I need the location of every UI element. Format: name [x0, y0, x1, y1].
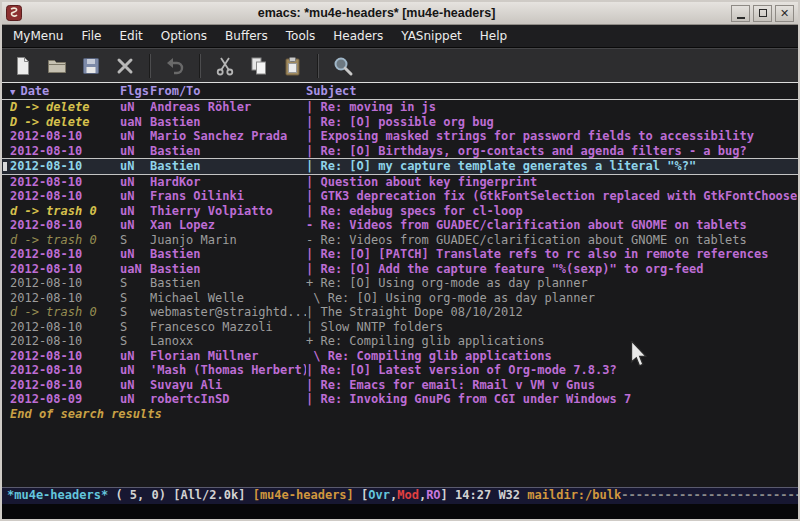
message-from: Michael Welle [150, 291, 306, 306]
message-date-mark: D -> delete [10, 115, 120, 130]
message-row[interactable]: 2012-08-10uNMario Sanchez Prada| Exposin… [2, 129, 798, 144]
message-from: Mario Sanchez Prada [150, 129, 306, 144]
message-row[interactable]: 2012-08-10uN'Mash (Thomas Herbert)| Re: … [2, 363, 798, 378]
cut-icon[interactable] [210, 51, 240, 81]
message-row[interactable]: 2012-08-10uNSuvayu Ali| Re: Emacs for em… [2, 378, 798, 393]
title-bar[interactable]: emacs: *mu4e-headers* [mu4e-headers] ✕ [2, 2, 798, 25]
menu-item-headers[interactable]: Headers [324, 26, 392, 46]
emacs-window: emacs: *mu4e-headers* [mu4e-headers] ✕ M… [0, 0, 800, 521]
column-header-date: Date [20, 84, 49, 98]
message-date-mark: 2012-08-10 [10, 189, 120, 204]
message-flags: uN [120, 204, 150, 219]
message-row[interactable]: 2012-08-10uNBastien| Re: [O] Birthdays, … [2, 144, 798, 159]
message-flags: uN [120, 392, 150, 407]
message-from: robertcInSD [150, 392, 306, 407]
message-row[interactable]: 2012-08-10uNFlorian Müllner \ Re: Compil… [2, 349, 798, 364]
message-flags: uN [120, 129, 150, 144]
message-flags: S [120, 291, 150, 306]
message-row[interactable]: d -> trash 0Swebmaster@straightd...| The… [2, 305, 798, 320]
window-title: emacs: *mu4e-headers* [mu4e-headers] [26, 6, 727, 20]
message-row[interactable]: 2012-08-10uaNBastien| Re: [O] Add the ca… [2, 262, 798, 277]
menu-item-options[interactable]: Options [152, 26, 216, 46]
message-from: Xan Lopez [150, 218, 306, 233]
message-row[interactable]: d -> trash 0SJuanjo Marin- Re: Videos fr… [2, 233, 798, 248]
column-header-subject: Subject [306, 83, 798, 99]
message-from: Bastien [150, 115, 306, 130]
close-icon: ✕ [780, 8, 789, 19]
menu-item-tools[interactable]: Tools [277, 26, 325, 46]
message-from: Suvayu Ali [150, 378, 306, 393]
message-date-mark: 2012-08-10 [10, 218, 120, 233]
message-row[interactable]: 2012-08-10SMichael Welle \ Re: [O] Using… [2, 291, 798, 306]
message-row[interactable]: 2012-08-10uNXan Lopez- Re: Videos from G… [2, 218, 798, 233]
message-date-mark: 2012-08-10 [10, 291, 120, 306]
message-row[interactable]: 2012-08-10uNBastien| Re: [O] [PATCH] Tra… [2, 247, 798, 262]
message-subject: | Re: [O] Birthdays, org-contacts and ag… [306, 144, 798, 159]
message-row[interactable]: 2012-08-10SFrancesco Mazzoli| Slow NNTP … [2, 320, 798, 335]
message-date-mark: 2012-08-10 [10, 320, 120, 335]
modeline-modified-indicator: Mod [397, 488, 419, 502]
maximize-button[interactable] [753, 5, 772, 22]
header-line: ▼Date Flgs From/To Subject [2, 83, 798, 100]
toolbar-separator [149, 54, 151, 78]
message-subject: | Slow NNTP folders [306, 320, 798, 335]
message-row[interactable]: 2012-08-10SBastien+ Re: [O] Using org-mo… [2, 276, 798, 291]
paste-icon[interactable] [278, 51, 308, 81]
minimize-button[interactable] [731, 5, 750, 22]
message-date-mark: 2012-08-09 [10, 392, 120, 407]
message-row[interactable]: 2012-08-10SLanoxx+ Re: Compiling glib ap… [2, 334, 798, 349]
close-icon[interactable] [110, 51, 140, 81]
close-button[interactable]: ✕ [775, 5, 794, 22]
save-icon[interactable] [76, 51, 106, 81]
message-flags: uN [120, 247, 150, 262]
column-header-from: From/To [150, 83, 306, 99]
menu-item-mymenu[interactable]: MyMenu [4, 26, 72, 46]
message-date-mark: 2012-08-10 [10, 129, 120, 144]
modeline-week-number: W32 [498, 488, 527, 502]
menu-item-yasnippet[interactable]: YASnippet [392, 26, 471, 46]
emacs-icon [6, 5, 22, 21]
echo-area[interactable] [2, 504, 798, 519]
message-row[interactable]: 2012-08-10uNBastien| Re: [O] my capture … [2, 158, 798, 175]
message-subject: - Re: Videos from GUADEC/clarification a… [306, 233, 798, 248]
menu-item-file[interactable]: File [72, 26, 110, 46]
mode-line: *mu4e-headers* ( 5, 0) [All/2.0k] [mu4e-… [2, 487, 798, 504]
message-row[interactable]: d -> trash 0uNThierry Volpiatto| Re: ede… [2, 204, 798, 219]
message-date-mark: 2012-08-10 [10, 159, 120, 174]
new-file-icon[interactable] [8, 51, 38, 81]
end-of-results-text: End of search results [2, 407, 798, 422]
window-controls: ✕ [731, 5, 794, 22]
message-date-mark: 2012-08-10 [10, 349, 120, 364]
message-from: webmaster@straightd... [150, 305, 306, 320]
message-row[interactable]: 2012-08-10uNFrans Oilinki| GTK3 deprecat… [2, 189, 798, 204]
modeline-clock: 14:27 [455, 488, 498, 502]
message-date-mark: d -> trash 0 [10, 305, 120, 320]
search-icon[interactable] [328, 51, 358, 81]
menu-item-edit[interactable]: Edit [111, 26, 152, 46]
copy-icon[interactable] [244, 51, 274, 81]
message-row[interactable]: 2012-08-09uNrobertcInSD| Re: Invoking Gn… [2, 392, 798, 407]
menu-item-help[interactable]: Help [471, 26, 516, 46]
message-flags: uN [120, 218, 150, 233]
message-subject: | Re: Invoking GnuPG from CGI under Wind… [306, 392, 798, 407]
message-date-mark: D -> delete [10, 100, 120, 115]
message-flags: uN [120, 363, 150, 378]
message-date-mark: 2012-08-10 [10, 262, 120, 277]
headers-buffer[interactable]: ▼Date Flgs From/To Subject D -> deleteuN… [2, 83, 798, 487]
undo-icon[interactable] [160, 51, 190, 81]
column-header-flags: Flgs [120, 83, 150, 99]
message-row[interactable]: D -> deleteuNAndreas Röhler| Re: moving … [2, 100, 798, 115]
modeline-maildir: maildir:/bulk [527, 488, 621, 502]
message-row[interactable]: 2012-08-10uNHardKor| Question about key … [2, 175, 798, 190]
message-flags: uN [120, 159, 150, 174]
message-row[interactable]: D -> deleteuaNBastien| Re: [O] possible … [2, 115, 798, 130]
message-from: Lanoxx [150, 334, 306, 349]
menu-bar: MyMenuFileEditOptionsBuffersToolsHeaders… [2, 25, 798, 48]
open-folder-icon[interactable] [42, 51, 72, 81]
message-date-mark: 2012-08-10 [10, 276, 120, 291]
message-from: Bastien [150, 159, 306, 174]
message-date-mark: d -> trash 0 [10, 204, 120, 219]
menu-item-buffers[interactable]: Buffers [216, 26, 277, 46]
message-from: Francesco Mazzoli [150, 320, 306, 335]
sort-descending-icon[interactable]: ▼ [10, 87, 15, 97]
